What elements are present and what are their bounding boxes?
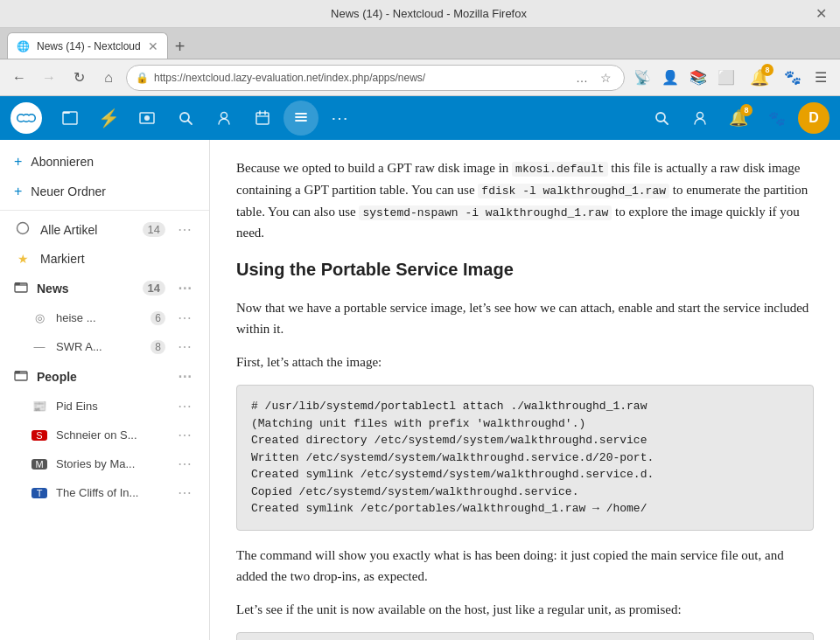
home-button[interactable]: ⌂ (96, 66, 121, 90)
menu-icon[interactable]: ☰ (808, 66, 833, 90)
para-4: Let’s see if the unit is now available o… (236, 599, 814, 620)
schneier-icon: S (32, 430, 47, 441)
sidebar-feed-heise[interactable]: ◎ heise ... 6 ⋯ (0, 303, 209, 332)
main-layout: + Abonnieren + Neuer Ordner Alle Artikel… (0, 140, 840, 640)
sidebar-group-people[interactable]: People ⋯ (0, 361, 209, 392)
extensions-icon[interactable]: 🐾 (780, 66, 805, 90)
bookmark-button[interactable]: ☆ (597, 69, 615, 87)
tab-label: News (14) - Nextcloud (37, 40, 141, 52)
para-3: The command will show you exactly what i… (236, 545, 814, 587)
heise-feed-more-button[interactable]: ⋯ (174, 310, 195, 326)
svg-rect-7 (63, 112, 77, 124)
nextcloud-topbar: ⚡ ⋯ 🔔 8 🐾 D (0, 96, 840, 140)
schneier-label: Schneier on S... (56, 428, 165, 442)
intro-code-2: fdisk -l walkthroughd_1.raw (478, 184, 669, 198)
tab-bar: 🌐 News (14) - Nextcloud ✕ + (0, 28, 840, 59)
code-block-1[interactable]: # /usr/lib/systemd/portablectl attach ./… (236, 385, 814, 531)
para-1: Now that we have a portable service imag… (236, 297, 814, 339)
tab-close-button[interactable]: ✕ (148, 39, 158, 53)
sidebar-feed-cliffs[interactable]: T The Cliffs of In... ⋯ (0, 478, 209, 507)
intro-paragraph: Because we opted to build a GPT raw disk… (236, 157, 814, 243)
pid-eins-label: Pid Eins (56, 400, 165, 413)
sidebar-feed-swr[interactable]: — SWR A... 8 ⋯ (0, 332, 209, 361)
sidebar-feed-pid-eins[interactable]: 📰 Pid Eins ⋯ (0, 392, 209, 421)
topbar-user-icon[interactable] (682, 101, 718, 136)
stories-more-button[interactable]: ⋯ (174, 456, 195, 472)
news-group-count: 14 (143, 281, 165, 296)
svg-rect-13 (256, 113, 269, 124)
all-articles-label: Alle Artikel (40, 223, 134, 237)
rss-icon[interactable]: 📡 (630, 66, 654, 90)
svg-line-21 (664, 121, 668, 124)
all-articles-more-button[interactable]: ⋯ (174, 221, 195, 238)
svg-point-3 (18, 115, 24, 122)
close-window-button[interactable]: ✕ (812, 5, 830, 22)
swr-feed-icon: — (32, 340, 47, 353)
more-address-button[interactable]: … (572, 69, 592, 87)
url-display[interactable]: https://nextcloud.lazy-evaluation.net/in… (154, 72, 567, 84)
sidebar-item-starred[interactable]: ★ Markiert (0, 245, 209, 273)
swr-feed-more-button[interactable]: ⋯ (174, 338, 195, 355)
all-articles-count: 14 (143, 222, 165, 237)
sidepanel-icon[interactable]: ⬜ (714, 66, 738, 90)
nextcloud-logo[interactable] (10, 102, 42, 134)
nav-activity-icon[interactable]: ⚡ (91, 101, 126, 136)
article-content: Because we opted to build a GPT raw disk… (210, 140, 840, 640)
topbar-notification-icon[interactable]: 🔔 8 (721, 101, 756, 136)
new-folder-action[interactable]: + Neuer Ordner (0, 177, 209, 206)
starred-label: Markiert (40, 252, 195, 266)
svg-rect-27 (15, 371, 20, 373)
nav-files-icon[interactable] (52, 101, 88, 136)
new-tab-button[interactable]: + (170, 37, 191, 57)
topbar-extensions-icon[interactable]: 🐾 (760, 101, 794, 136)
toolbar-right: 📡 👤 📚 ⬜ 🔔 8 🐾 ☰ (630, 60, 833, 95)
window-title: News (14) - Nextcloud - Mozilla Firefox (46, 7, 812, 20)
people-group-more-button[interactable]: ⋯ (174, 368, 195, 385)
starred-icon: ★ (14, 252, 32, 266)
cliffs-label: The Cliffs of In... (56, 486, 165, 499)
topbar-search-button[interactable] (644, 101, 679, 136)
new-folder-label: Neuer Ordner (31, 184, 106, 198)
nextcloud-logo-icon (16, 108, 37, 129)
sidebar-feed-stories[interactable]: M Stories by Ma... ⋯ (0, 449, 209, 478)
back-button[interactable]: ← (7, 66, 32, 90)
heise-feed-icon: ◎ (32, 311, 47, 324)
schneier-more-button[interactable]: ⋯ (174, 427, 195, 443)
nav-more-icon[interactable]: ⋯ (322, 101, 357, 136)
nav-news-icon[interactable] (284, 101, 318, 136)
nav-calendar-icon[interactable] (245, 101, 280, 136)
user-avatar[interactable]: D (798, 102, 830, 134)
swr-feed-count: 8 (150, 340, 165, 354)
code-block-2[interactable]: # systemctl status walkthroughd.service (236, 632, 814, 640)
tab-news[interactable]: 🌐 News (14) - Nextcloud ✕ (7, 32, 168, 59)
pid-eins-icon: 📰 (32, 400, 47, 413)
nav-contacts-icon[interactable] (206, 101, 242, 136)
address-actions: … ☆ (572, 69, 615, 87)
para-2: First, let’s attach the image: (236, 351, 814, 372)
svg-point-22 (697, 113, 704, 119)
svg-point-5 (29, 115, 35, 122)
pid-eins-more-button[interactable]: ⋯ (174, 398, 195, 414)
svg-point-12 (221, 113, 228, 119)
cliffs-more-button[interactable]: ⋯ (174, 484, 195, 501)
title-bar: News (14) - Nextcloud - Mozilla Firefox … (0, 0, 840, 28)
notification-icon[interactable]: 🔔 8 (742, 60, 777, 95)
tab-favicon: 🌐 (17, 40, 30, 52)
sidebar-feed-schneier[interactable]: S Schneier on S... ⋯ (0, 421, 209, 449)
reader-mode-icon[interactable]: 👤 (658, 66, 682, 90)
reload-button[interactable]: ↻ (66, 66, 91, 90)
intro-code-3: systemd-nspawn -i walkthroughd_1.raw (359, 205, 612, 220)
library-icon[interactable]: 📚 (686, 66, 710, 90)
nav-search-icon[interactable] (168, 101, 203, 136)
address-bar: ← → ↻ ⌂ 🔒 https://nextcloud.lazy-evaluat… (0, 59, 840, 96)
security-lock-icon: 🔒 (136, 72, 149, 84)
nav-photos-icon[interactable] (130, 101, 164, 136)
subscribe-action[interactable]: + Abonnieren (0, 147, 209, 177)
sidebar-group-news[interactable]: News 14 ⋯ (0, 273, 209, 303)
news-group-more-button[interactable]: ⋯ (174, 280, 195, 296)
sidebar-item-all-articles[interactable]: Alle Artikel 14 ⋯ (0, 214, 209, 245)
news-folder-icon (14, 280, 28, 296)
svg-point-9 (144, 115, 150, 121)
forward-button[interactable]: → (37, 66, 61, 90)
people-folder-icon (14, 368, 28, 385)
